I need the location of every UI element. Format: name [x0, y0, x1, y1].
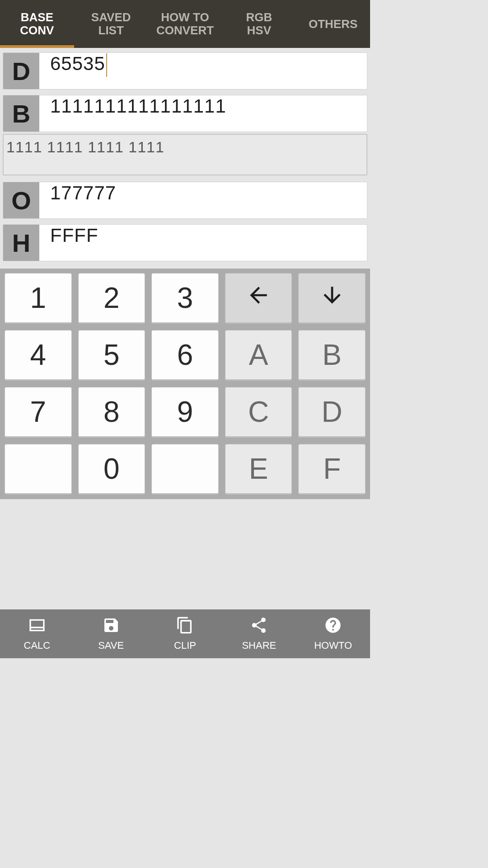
bottom-share-label: SHARE: [242, 640, 276, 651]
tab-others[interactable]: OTHERS: [296, 0, 370, 48]
binary-expanded: 1111 1111 1111 1111: [3, 134, 367, 175]
help-icon: [324, 616, 342, 637]
arrow-down-icon: [319, 281, 345, 315]
clip-icon: [176, 616, 194, 637]
key-c[interactable]: C: [225, 387, 292, 438]
key-b[interactable]: B: [298, 330, 366, 381]
key-f[interactable]: F: [298, 444, 366, 495]
key-9[interactable]: 9: [151, 387, 219, 438]
conversion-area: D 65535 B 1111111111111111 1111 1111 111…: [0, 48, 370, 269]
bottom-clip[interactable]: CLIP: [148, 609, 222, 658]
key-4[interactable]: 4: [5, 330, 72, 381]
bottom-clip-label: CLIP: [174, 640, 196, 651]
key-3[interactable]: 3: [151, 273, 219, 324]
octal-label: O: [3, 182, 39, 218]
tab-saved-list[interactable]: SAVED LIST: [74, 0, 148, 48]
bottom-save[interactable]: SAVE: [74, 609, 148, 658]
bottom-save-label: SAVE: [98, 640, 124, 651]
key-0[interactable]: 0: [78, 444, 145, 495]
tab-rgb-hsv[interactable]: RGB HSV: [222, 0, 296, 48]
key-5[interactable]: 5: [78, 330, 145, 381]
binary-label: B: [3, 95, 39, 132]
hex-input[interactable]: FFFF: [39, 225, 367, 261]
decimal-label: D: [3, 53, 39, 89]
decimal-input[interactable]: 65535: [39, 53, 367, 89]
spacer: [0, 499, 370, 609]
keypad: 1 2 3 4 5 6 A B 7 8 9 C D 0 E F: [0, 269, 370, 499]
bottom-share[interactable]: SHARE: [222, 609, 296, 658]
key-backspace[interactable]: [225, 273, 292, 324]
binary-input[interactable]: 1111111111111111: [39, 95, 367, 132]
key-2[interactable]: 2: [78, 273, 145, 324]
binary-row: B 1111111111111111: [3, 95, 367, 132]
bottom-calc[interactable]: CALC: [0, 609, 74, 658]
octal-row: O 177777: [3, 182, 367, 219]
key-blank-left[interactable]: [5, 444, 72, 495]
bottom-bar: CALC SAVE CLIP SHARE HOWTO: [0, 609, 370, 658]
hex-row: H FFFF: [3, 224, 367, 261]
tab-bar: BASE CONV SAVED LIST HOW TO CONVERT RGB …: [0, 0, 370, 48]
key-6[interactable]: 6: [151, 330, 219, 381]
key-e[interactable]: E: [225, 444, 292, 495]
bottom-howto-label: HOWTO: [314, 640, 352, 651]
save-icon: [102, 616, 120, 637]
hex-label: H: [3, 225, 39, 261]
tab-how-to-convert[interactable]: HOW TO CONVERT: [148, 0, 222, 48]
calc-icon: [28, 616, 46, 637]
share-icon: [250, 616, 268, 637]
key-7[interactable]: 7: [5, 387, 72, 438]
key-blank-right[interactable]: [151, 444, 219, 495]
key-8[interactable]: 8: [78, 387, 145, 438]
bottom-howto[interactable]: HOWTO: [296, 609, 370, 658]
decimal-row: D 65535: [3, 52, 367, 90]
key-a[interactable]: A: [225, 330, 292, 381]
key-down[interactable]: [298, 273, 366, 324]
octal-input[interactable]: 177777: [39, 182, 367, 218]
tab-base-conv[interactable]: BASE CONV: [0, 0, 74, 48]
key-d[interactable]: D: [298, 387, 366, 438]
arrow-left-icon: [246, 281, 271, 315]
bottom-calc-label: CALC: [24, 640, 51, 651]
key-1[interactable]: 1: [5, 273, 72, 324]
